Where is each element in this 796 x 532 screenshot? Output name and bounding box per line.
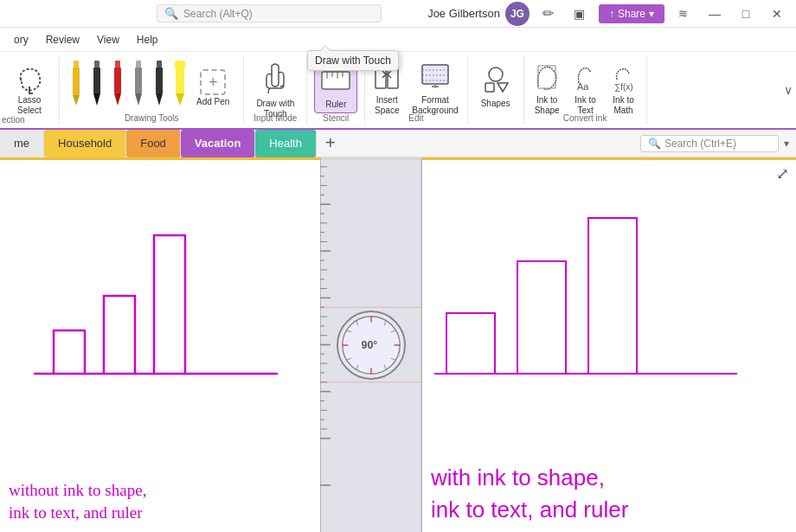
svg-rect-4 (93, 67, 100, 93)
edit-label: Edit (365, 113, 466, 123)
shapes-icon (480, 62, 511, 97)
left-canvas-drawing (17, 166, 311, 391)
tab-home[interactable]: me (0, 130, 44, 157)
input-mode-group: Draw withTouch Input Mode (244, 55, 307, 125)
right-text-line2: ink to text, and ruler (431, 494, 628, 525)
tab-vacation[interactable]: Vacation (181, 130, 255, 157)
ink-to-text-button[interactable]: Aa Ink toText (568, 59, 603, 119)
share-label: Share (618, 8, 645, 20)
svg-rect-0 (74, 61, 79, 67)
pen-yellow[interactable] (67, 59, 86, 107)
ink-to-shape-icon (535, 62, 559, 93)
ink-to-shape-button[interactable]: Ink toShape (530, 59, 565, 119)
add-pen-icon: + (200, 69, 226, 95)
avatar: JG (505, 2, 530, 26)
ruler-label: Ruler (325, 99, 346, 109)
share-button[interactable]: ↑ Share ▾ (599, 4, 664, 23)
menu-item-help[interactable]: Help (130, 31, 165, 48)
svg-text:Aa: Aa (577, 81, 589, 92)
shapes-label: Shapes (481, 99, 510, 108)
expand-button[interactable]: ⤢ (776, 164, 789, 183)
unknown-btn[interactable]: ≋ (671, 2, 696, 26)
protractor-circle: 90° (337, 311, 406, 380)
protractor[interactable]: 90° (337, 311, 406, 380)
pen-highlighter-icon (171, 61, 189, 106)
pen-red-icon (111, 61, 125, 106)
lasso-select-button[interactable]: LassoSelect (5, 59, 54, 116)
shapes-button[interactable]: Shapes (475, 59, 517, 112)
svg-point-30 (489, 67, 503, 81)
svg-rect-3 (94, 61, 100, 67)
menu-item-ory[interactable]: ory (7, 31, 35, 48)
svg-rect-84 (446, 313, 495, 374)
tab-food[interactable]: Food (126, 130, 181, 157)
search-placeholder-text: Search (Alt+Q) (183, 8, 253, 20)
menu-item-review[interactable]: Review (39, 31, 87, 48)
pen-gray[interactable] (129, 59, 148, 107)
svg-text:∑f(x): ∑f(x) (614, 82, 633, 92)
add-pen-button[interactable]: + Add Pen (191, 66, 234, 107)
tabs-bar: me Household Food Vacation Health + 🔍 Se… (0, 130, 796, 157)
pen-strip: + Add Pen (63, 59, 238, 119)
ink-to-text-icon: Aa (574, 62, 598, 93)
ink-to-math-button[interactable]: ∑f(x) Ink toMath (607, 59, 641, 119)
svg-rect-7 (114, 67, 121, 93)
tab-household[interactable]: Household (44, 130, 126, 157)
svg-marker-2 (73, 95, 80, 106)
svg-rect-26 (422, 65, 448, 84)
lasso-select-group: LassoSelect (0, 55, 60, 125)
svg-rect-1 (73, 67, 80, 95)
tooltip-bubble: Draw with Touch (307, 50, 399, 71)
draw-touch-icon (260, 62, 291, 97)
right-canvas-drawing (426, 166, 754, 391)
ink-to-math-icon: ∑f(x) (612, 62, 636, 93)
pen-icon-btn[interactable]: ✏ (536, 2, 561, 26)
svg-rect-31 (485, 83, 494, 92)
ruler-overlay[interactable]: 90° (320, 157, 422, 532)
format-background-button[interactable]: FormatBackground (407, 59, 463, 119)
svg-rect-18 (322, 72, 350, 89)
tab-add-button[interactable]: + (317, 130, 344, 157)
tab-search-placeholder: Search (Ctrl+E) (664, 138, 736, 150)
pen-black-icon (90, 61, 104, 106)
menu-item-view[interactable]: View (90, 31, 126, 48)
tab-household-label: Household (58, 137, 112, 150)
tab-vacation-label: Vacation (195, 137, 241, 150)
convert-ink-group: Ink toShape Aa Ink toText ∑f(x) Ink toMa… (524, 55, 647, 125)
protractor-svg: 90° (338, 311, 404, 380)
tab-health[interactable]: Health (255, 130, 317, 157)
svg-marker-11 (135, 93, 142, 106)
convert-ink-label: Convert ink (524, 113, 646, 123)
pen-highlighter[interactable] (170, 59, 189, 107)
tab-search-chevron-icon[interactable]: ▾ (784, 138, 789, 150)
svg-marker-14 (156, 93, 163, 106)
pen-red[interactable] (108, 59, 127, 107)
pen-black[interactable] (87, 59, 106, 107)
sidebar-toggle-btn[interactable]: ▣ (568, 2, 592, 26)
stencil-label: Stencil (307, 113, 364, 123)
close-button[interactable]: ✕ (765, 2, 789, 26)
tab-add-icon: + (325, 133, 336, 153)
svg-rect-16 (176, 69, 184, 93)
pen-dark[interactable] (150, 59, 169, 107)
svg-rect-12 (157, 61, 162, 67)
svg-rect-10 (135, 67, 142, 93)
svg-rect-86 (588, 218, 637, 374)
user-name: Joe Gilbertson (427, 7, 500, 20)
canvas-area: ⤢ without ink to shape, ink to text, and… (0, 157, 796, 532)
pen-dark-icon (152, 61, 166, 106)
ribbon-expand-chevron[interactable]: ∨ (784, 83, 793, 97)
svg-marker-8 (114, 93, 121, 106)
drawing-tools-label: Drawing Tools (60, 113, 243, 123)
svg-text:90°: 90° (362, 338, 378, 350)
minimize-button[interactable]: — (703, 2, 727, 26)
maximize-button[interactable]: □ (734, 2, 758, 26)
svg-rect-6 (115, 61, 120, 67)
title-search-box[interactable]: 🔍 Search (Alt+Q) (157, 4, 382, 22)
svg-rect-15 (175, 61, 185, 69)
tab-food-label: Food (140, 137, 166, 150)
tab-search-box[interactable]: 🔍 Search (Ctrl+E) (640, 135, 779, 152)
user-info: Joe Gilbertson JG (427, 2, 530, 26)
input-mode-label: Input Mode (244, 113, 306, 123)
tab-health-label: Health (269, 137, 302, 150)
